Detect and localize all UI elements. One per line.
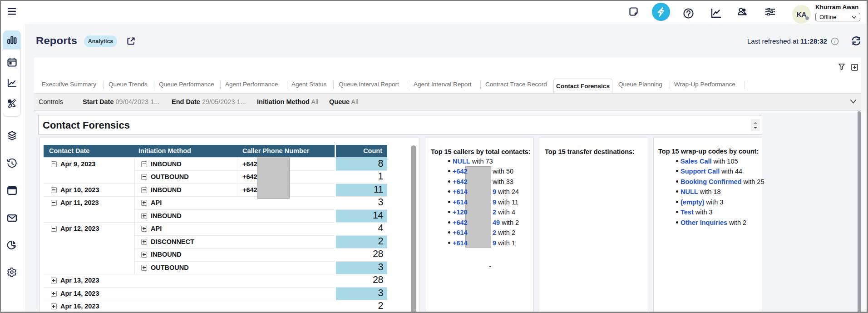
svg-text:i: i	[834, 39, 836, 44]
